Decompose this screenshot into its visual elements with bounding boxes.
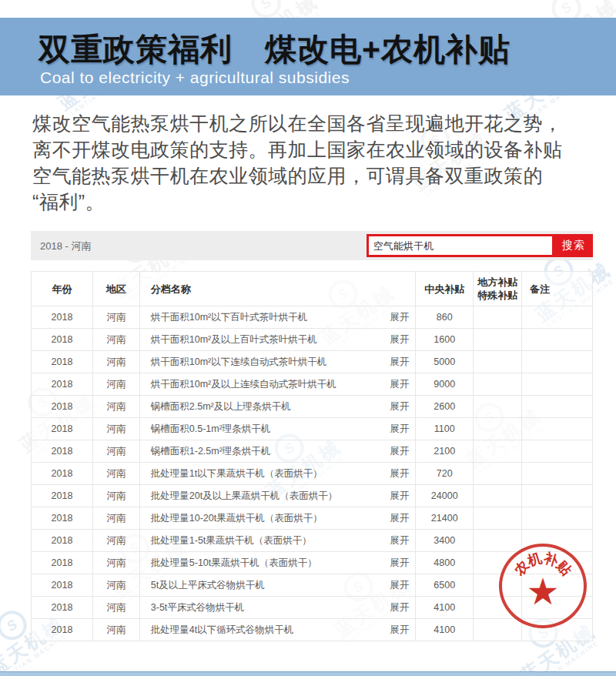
expand-link[interactable]: 展开 [390,579,409,592]
year-cell: 2018 [32,552,93,574]
tier-name: 5t及以上平床式谷物烘干机 [151,579,265,592]
name-cell: 烘干面积10m²及以上连续自动式茶叶烘干机展开 [139,373,415,396]
year-cell: 2018 [32,329,93,351]
note-cell [522,463,593,485]
name-cell: 批处理量1-5t果蔬烘干机（表面烘干）展开 [139,530,415,552]
year-cell: 2018 [32,485,93,507]
local-subsidy-cell [474,440,522,463]
expand-link[interactable]: 展开 [390,423,409,436]
tier-name: 锅槽面积2.5m²及以上理条烘干机 [151,400,291,413]
note-cell [522,396,593,418]
central-subsidy-cell: 9000 [416,373,474,396]
region-cell: 河南 [92,485,139,507]
star-icon: ★ [526,574,559,611]
region-cell: 河南 [92,619,139,641]
region-cell: 河南 [92,552,139,574]
note-cell [522,329,593,351]
note-cell [522,418,593,440]
tier-name: 烘干面积10m²及以上连续自动式茶叶烘干机 [151,378,336,391]
expand-link[interactable]: 展开 [390,467,409,480]
local-subsidy-cell [474,418,522,440]
tier-name: 批处理量1t以下果蔬烘干机（表面烘干） [151,467,323,480]
name-cell: 5t及以上平床式谷物烘干机展开 [139,574,415,597]
local-subsidy-cell [474,329,522,351]
central-subsidy-cell: 2100 [416,440,474,463]
central-subsidy-cell: 3400 [416,530,474,552]
note-cell [522,373,593,396]
year-cell: 2018 [32,373,93,396]
year-cell: 2018 [32,440,93,463]
central-subsidy-cell: 21400 [416,507,474,530]
year-cell: 2018 [32,418,93,440]
table-row: 2018河南烘干面积10m²及以上百叶式茶叶烘干机展开1600 [32,329,593,351]
central-subsidy-cell: 6500 [416,574,474,597]
expand-link[interactable]: 展开 [390,490,409,503]
expand-link[interactable]: 展开 [390,400,409,413]
year-cell: 2018 [32,597,93,619]
year-cell: 2018 [32,530,93,552]
region-cell: 河南 [92,597,139,619]
expand-link[interactable]: 展开 [390,557,409,570]
region-year-label: 2018 - 河南 [40,239,91,253]
expand-link[interactable]: 展开 [390,378,409,391]
col-year: 年份 [32,272,93,306]
tier-name: 锅槽面积1-2.5m²理条烘干机 [151,445,271,458]
tier-name: 烘干面积10m²及以上百叶式茶叶烘干机 [151,333,317,346]
expand-link[interactable]: 展开 [390,356,409,369]
central-subsidy-cell: 5000 [416,351,474,373]
note-cell [522,440,593,463]
tier-name: 批处理量1-5t果蔬烘干机（表面烘干） [151,534,312,547]
expand-link[interactable]: 展开 [390,512,409,525]
central-subsidy-cell: 720 [416,463,474,485]
col-central-subsidy: 中央补贴 [416,272,474,306]
subsidy-stamp: ★ 农机补贴 [499,544,587,628]
local-subsidy-cell [474,485,522,507]
expand-link[interactable]: 展开 [390,445,409,458]
subsidy-toolbar: 2018 - 河南 搜索 [31,231,593,260]
name-cell: 锅槽面积1-2.5m²理条烘干机展开 [139,440,415,463]
year-cell: 2018 [32,463,93,485]
search-button[interactable]: 搜索 [554,234,593,257]
region-cell: 河南 [92,396,139,418]
year-cell: 2018 [32,507,93,530]
page-title: 双重政策福利 煤改电+农机补贴 [38,28,511,71]
page: S蓝天机械LANTIAN MACHINES蓝天机械LANTIAN MACHINE… [0,0,616,676]
year-cell: 2018 [32,351,93,373]
table-row: 2018河南批处理量4t以下循环式谷物烘干机展开4100 [32,619,593,641]
name-cell: 锅槽面积0.5-1m²理条烘干机展开 [139,418,415,440]
region-cell: 河南 [92,351,139,373]
expand-link[interactable]: 展开 [390,624,409,637]
expand-link[interactable]: 展开 [390,311,409,324]
local-subsidy-cell [474,463,522,485]
name-cell: 锅槽面积2.5m²及以上理条烘干机展开 [139,396,415,418]
table-row: 2018河南批处理量1t以下果蔬烘干机（表面烘干）展开720 [32,463,593,485]
region-cell: 河南 [92,306,139,329]
expand-link[interactable]: 展开 [390,601,409,614]
region-cell: 河南 [92,440,139,463]
table-row: 2018河南烘干面积10m²以下百叶式茶叶烘干机展开860 [32,306,593,329]
search-input[interactable] [367,234,554,257]
region-cell: 河南 [92,418,139,440]
name-cell: 3-5t平床式谷物烘干机展开 [139,597,415,619]
expand-link[interactable]: 展开 [390,534,409,547]
year-cell: 2018 [32,619,93,641]
year-cell: 2018 [32,396,93,418]
central-subsidy-cell: 4800 [416,552,474,574]
central-subsidy-cell: 1100 [416,418,474,440]
expand-link[interactable]: 展开 [390,333,409,346]
central-subsidy-cell: 2600 [416,396,474,418]
table-row: 2018河南锅槽面积2.5m²及以上理条烘干机展开2600 [32,396,593,418]
brand-name-en: LANTIAN MACHINE [528,638,603,676]
tier-name: 锅槽面积0.5-1m²理条烘干机 [151,423,271,436]
name-cell: 批处理量20t及以上果蔬烘干机（表面烘干）展开 [139,485,415,507]
central-subsidy-cell: 860 [416,306,474,329]
name-cell: 批处理量5-10t果蔬烘干机（表面烘干）展开 [139,552,415,574]
central-subsidy-cell: 4100 [416,597,474,619]
tier-name: 批处理量4t以下循环式谷物烘干机 [151,624,293,637]
central-subsidy-cell: 1600 [416,329,474,351]
col-local-subsidy: 地方补贴 特殊补贴 [474,272,522,306]
region-cell: 河南 [92,530,139,552]
note-cell [522,485,593,507]
local-subsidy-cell [474,507,522,530]
table-header: 年份 地区 分档名称 中央补贴 地方补贴 特殊补贴 备注 [32,272,593,306]
